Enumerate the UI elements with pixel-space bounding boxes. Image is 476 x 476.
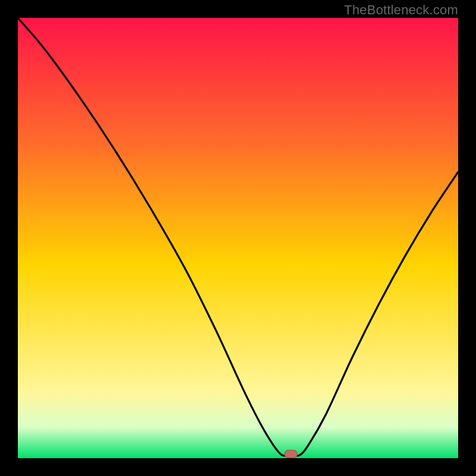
plot-area bbox=[18, 18, 458, 458]
background-gradient bbox=[18, 18, 458, 458]
watermark-text: TheBottleneck.com bbox=[344, 2, 458, 18]
chart-frame: TheBottleneck.com bbox=[0, 0, 476, 476]
optimum-marker bbox=[284, 450, 298, 458]
bottleneck-curve bbox=[18, 18, 458, 458]
svg-rect-0 bbox=[18, 18, 458, 458]
